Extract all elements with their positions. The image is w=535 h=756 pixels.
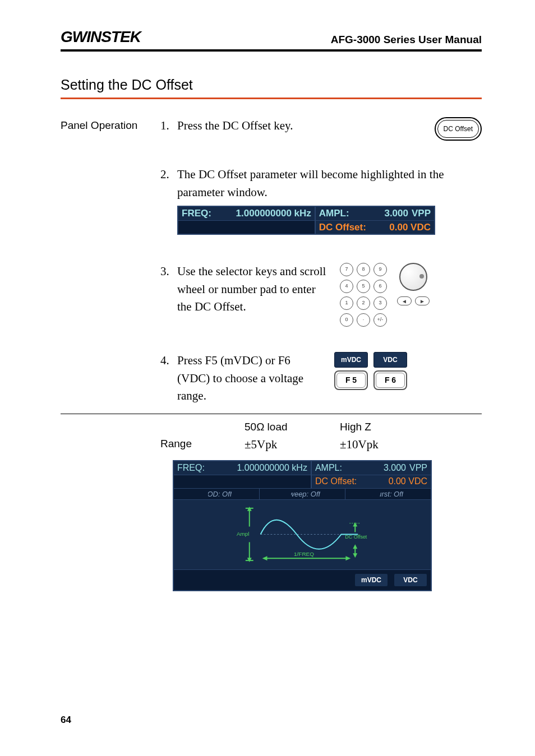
dc-offset-key[interactable]: DC Offset [435,117,482,141]
page-number: 64 [61,715,482,726]
brand-logo: GWINSTEK [61,28,141,46]
full-lcd-ampl-label: AMPL: [315,463,342,473]
lcd-freq-label: FREQ: [182,208,211,219]
key-0[interactable]: 0 [340,313,353,327]
lcd-dcoffset-label: DC Offset: [319,222,366,233]
panel-operation-label: Panel Operation [61,117,160,132]
mvdc-softkey[interactable]: mVDC [334,352,368,368]
full-lcd-blank [174,475,311,488]
wave-freq-label: 1/FREQ [294,551,314,557]
step-number: 1. [160,117,177,141]
full-lcd-freq-value: 1.000000000 kHz [237,463,307,473]
range-50ohm-value: ±5Vpk [245,438,340,452]
key-1[interactable]: 1 [340,296,353,310]
full-lcd-freq-label: FREQ: [177,463,205,473]
arrow-right-button[interactable]: ► [415,296,430,305]
section-heading: Setting the DC Offset [61,77,482,99]
key-4[interactable]: 4 [340,280,353,293]
svg-marker-2 [247,506,252,511]
vdc-softkey[interactable]: VDC [373,352,407,368]
svg-marker-14 [353,544,357,549]
range-row-label: Range [160,438,245,452]
f5-key-label: F 5 [336,373,366,388]
waveform-display: Ampl 1/FREQ DC Offset [174,499,431,569]
step-text: Press the DC Offset key. [177,117,423,135]
lcd-freq-value: 1.000000000 kHz [236,208,311,219]
tab-burst: Burst: Off [345,489,431,499]
step-number: 3. [160,263,177,327]
f5-key[interactable]: F 5 [334,370,368,390]
key-dot[interactable]: · [357,313,370,327]
step-text: The DC Offset parameter will become high… [177,166,482,201]
full-lcd-dcoffset-value: 0.00 VDC [389,476,427,486]
wave-dcoffset-label: DC Offset [345,534,367,540]
f6-key-label: F 6 [376,373,405,388]
key-2[interactable]: 2 [357,296,370,310]
svg-marker-4 [247,558,252,562]
step-text: Press F5 (mVDC) or F6 (VDC) to choose a … [177,352,323,405]
tab-sweep: Sweep: Off [259,489,345,499]
range-header-highz: High Z [340,421,482,433]
scroll-wheel[interactable] [399,263,427,291]
manual-title: AFG-3000 Series User Manual [331,34,482,46]
step-number: 2. [160,166,177,201]
full-lcd-dcoffset-label: DC Offset: [315,476,357,486]
full-lcd-ampl-unit: VPP [409,463,427,473]
step-text: Use the selector keys and scroll wheel o… [177,263,329,316]
divider [61,414,482,414]
page-header: GWINSTEK AFG-3000 Series User Manual [61,28,482,52]
svg-marker-8 [262,556,268,560]
svg-marker-13 [353,553,357,558]
dc-offset-key-label: DC Offset [437,120,479,138]
svg-marker-9 [345,556,350,560]
wave-ampl-label: Ampl [237,531,250,537]
key-9[interactable]: 9 [373,263,387,276]
key-3[interactable]: 3 [373,296,387,310]
lcd-ampl-unit: VPP [412,208,431,219]
lcd-dcoffset-value: 0.00 VDC [389,222,431,233]
key-6[interactable]: 6 [373,280,387,293]
full-lcd-ampl-value: 3.000 [384,463,406,473]
bottom-mvdc-softkey[interactable]: mVDC [354,573,388,587]
key-5[interactable]: 5 [357,280,370,293]
range-highz-value: ±10Vpk [340,438,482,452]
number-keypad[interactable]: 7 8 9 4 5 6 1 2 3 0 · +/ [340,263,387,327]
lcd-ampl-label: AMPL: [319,208,349,219]
range-header-50ohm: 50Ω load [245,421,340,433]
lcd-ampl-value: 3.000 [384,208,408,219]
key-7[interactable]: 7 [340,263,353,276]
lcd-blank-row [178,220,315,234]
full-lcd-display: FREQ: 1.000000000 kHz AMPL: 3.000 VPP DC… [173,460,432,591]
step-number: 4. [160,352,177,405]
svg-marker-11 [353,522,357,526]
f6-key[interactable]: F 6 [373,370,407,390]
arrow-left-button[interactable]: ◄ [397,296,412,305]
key-sign[interactable]: +/- [373,313,387,327]
key-8[interactable]: 8 [357,263,370,276]
lcd-parameter-window: FREQ: 1.000000000 kHz AMPL: 3.000 VPP DC… [177,206,435,235]
bottom-vdc-softkey[interactable]: VDC [394,573,427,587]
tab-mod: MOD: Off [174,489,259,499]
